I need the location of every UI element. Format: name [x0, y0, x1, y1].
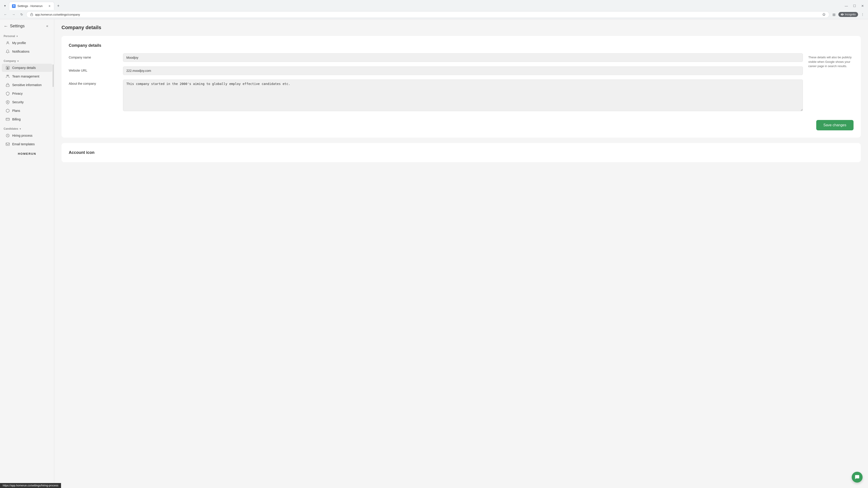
sidebar-item-email-templates[interactable]: Email templates — [2, 140, 52, 148]
sidebar-item-label: Hiring process — [12, 134, 32, 137]
sidebar-item-label: Team management — [12, 74, 39, 78]
about-company-label: About the company — [69, 79, 123, 86]
sidebar-item-security[interactable]: Security — [2, 98, 52, 106]
personal-dropdown-arrow[interactable]: ▼ — [16, 35, 18, 37]
sidebar-header: ← Settings « — [0, 23, 54, 33]
sidebar: ← Settings « Personal ▼ My profile Notif… — [0, 19, 54, 487]
back-arrow-icon: ← — [4, 24, 8, 29]
security-icon — [5, 100, 10, 104]
sidebar-item-label: Billing — [12, 118, 21, 121]
hiring-process-icon — [5, 133, 10, 138]
section-label-candidates: Candidates ▼ — [0, 125, 54, 131]
tab-switcher-button[interactable]: ▤ — [830, 11, 837, 18]
sidebar-item-team-management[interactable]: Team management — [2, 72, 52, 80]
company-name-label: Company name — [69, 53, 123, 59]
website-url-label: Website URL — [69, 66, 123, 72]
chat-icon — [855, 475, 860, 480]
svg-rect-3 — [6, 66, 9, 69]
menu-button[interactable]: ⋮ — [859, 11, 866, 18]
sidebar-item-label: Privacy — [12, 92, 23, 95]
tab-title: Settings · Homerun — [18, 4, 42, 8]
candidates-dropdown-arrow[interactable]: ▼ — [19, 128, 22, 130]
sidebar-item-label: Plans — [12, 109, 20, 112]
settings-back-link[interactable]: ← Settings — [4, 24, 25, 29]
incognito-badge: Incognito — [838, 12, 858, 17]
privacy-icon — [5, 91, 10, 96]
forward-button[interactable]: → — [10, 11, 17, 18]
card-title: Company details — [69, 43, 854, 48]
sidebar-item-privacy[interactable]: Privacy — [2, 90, 52, 98]
account-icon-card: Account icon — [61, 143, 861, 162]
company-name-input-area — [123, 53, 803, 62]
sidebar-item-hiring-process[interactable]: Hiring process — [2, 131, 52, 140]
main-content: Company details Company details Company … — [54, 19, 868, 487]
maximize-button[interactable]: ☐ — [851, 2, 858, 9]
reload-button[interactable]: ↻ — [18, 11, 25, 18]
team-icon — [5, 74, 10, 78]
status-bar: https://app.homerun.co/settings/hiring-p… — [0, 483, 61, 487]
sidebar-item-billing[interactable]: Billing — [2, 115, 52, 123]
svg-point-4 — [7, 75, 8, 76]
minimize-button[interactable]: — — [843, 2, 850, 9]
account-icon-title: Account icon — [69, 150, 854, 155]
sidebar-item-my-profile[interactable]: My profile — [2, 39, 52, 47]
back-button[interactable]: ← — [2, 11, 9, 18]
nav-bar: ← → ↻ app.homerun.co/settings/company ▤ … — [0, 10, 868, 19]
about-company-input-area: This company started in the 2000's aimin… — [123, 79, 803, 112]
website-url-row: Website URL — [69, 66, 803, 75]
sidebar-item-plans[interactable]: Plans — [2, 107, 52, 115]
tab-list-arrow[interactable]: ▼ — [2, 3, 8, 9]
app-layout: ← Settings « Personal ▼ My profile Notif… — [0, 19, 868, 487]
company-dropdown-arrow[interactable]: ▼ — [17, 60, 19, 62]
tab-close-button[interactable]: ✕ — [48, 4, 51, 8]
status-url: https://app.homerun.co/settings/hiring-p… — [3, 484, 58, 487]
scrollbar-indicator — [53, 64, 54, 87]
sidebar-item-company-details[interactable]: Company details — [2, 64, 52, 72]
chat-button[interactable] — [852, 472, 863, 483]
building-icon — [5, 66, 10, 70]
incognito-icon — [841, 13, 844, 16]
svg-rect-8 — [6, 118, 9, 121]
sidebar-item-label: Company details — [12, 66, 36, 70]
sidebar-item-label: My profile — [12, 41, 26, 45]
form-side-note: These details will also be publicly visi… — [808, 53, 854, 68]
url-display: app.homerun.co/settings/company — [35, 13, 820, 16]
homerun-logo: HOMERUN — [0, 149, 54, 159]
address-bar[interactable]: app.homerun.co/settings/company — [26, 11, 829, 18]
svg-rect-10 — [6, 143, 9, 145]
about-company-row: About the company This company started i… — [69, 79, 803, 112]
about-company-textarea[interactable]: This company started in the 2000's aimin… — [123, 79, 803, 111]
website-url-input[interactable] — [123, 66, 803, 75]
settings-title: Settings — [10, 24, 25, 29]
svg-point-5 — [8, 75, 9, 76]
sidebar-item-sensitive-information[interactable]: Sensitive information — [2, 81, 52, 89]
sidebar-item-label: Email templates — [12, 142, 35, 146]
section-label-personal: Personal ▼ — [0, 33, 54, 39]
sidebar-item-notifications[interactable]: Notifications — [2, 47, 52, 56]
sensitive-icon — [5, 83, 10, 87]
bell-icon — [5, 49, 10, 54]
person-icon — [5, 41, 10, 45]
website-url-input-area — [123, 66, 803, 75]
svg-point-7 — [7, 102, 8, 103]
plans-icon — [5, 108, 10, 113]
new-tab-button[interactable]: + — [55, 3, 61, 9]
sidebar-item-label: Security — [12, 100, 24, 104]
svg-point-2 — [7, 41, 8, 43]
company-name-input[interactable] — [123, 53, 803, 62]
email-templates-icon — [5, 142, 10, 147]
save-btn-row: Save changes — [69, 120, 854, 130]
close-window-button[interactable]: ✕ — [859, 2, 866, 9]
save-changes-button[interactable]: Save changes — [816, 120, 854, 130]
collapse-sidebar-button[interactable]: « — [44, 23, 51, 29]
tab-bar: ▼ H Settings · Homerun ✕ + — ☐ ✕ — [0, 0, 868, 10]
page-title: Company details — [61, 25, 861, 31]
billing-icon — [5, 117, 10, 122]
svg-rect-6 — [6, 85, 9, 87]
star-icon[interactable] — [822, 13, 826, 16]
company-name-row: Company name — [69, 53, 803, 62]
nav-actions: ▤ Incognito ⋮ — [830, 11, 866, 18]
svg-marker-1 — [823, 13, 825, 15]
active-tab[interactable]: H Settings · Homerun ✕ — [9, 2, 54, 10]
sidebar-item-label: Notifications — [12, 50, 29, 53]
